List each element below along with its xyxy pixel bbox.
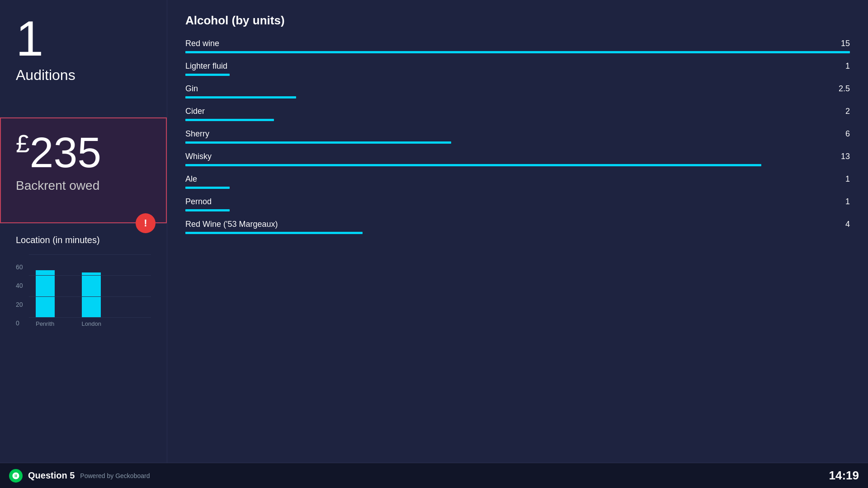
bar-row: Pernod 1 [185, 197, 850, 211]
backrent-amount: £235 [16, 131, 151, 174]
bar-track-5 [185, 164, 850, 166]
backrent-currency: £ [16, 130, 30, 158]
bar-track-4 [185, 141, 850, 144]
bar-fill-4 [185, 141, 451, 144]
bar-row-value-5: 13 [841, 152, 850, 161]
bar-row: Red wine 15 [185, 39, 850, 53]
right-panel: Alcohol (by units) Red wine 15 Lighter f… [167, 0, 868, 463]
bar-row-label-4: Sherry [185, 129, 209, 139]
alert-icon: ! [136, 213, 156, 233]
bar-row-value-7: 1 [845, 197, 850, 206]
bar-rows-container: Red wine 15 Lighter fluid 1 Gin 2.5 [185, 39, 850, 234]
bar-fill-1 [185, 74, 230, 76]
bar-row-value-6: 1 [845, 174, 850, 184]
bar-fill-5 [185, 164, 761, 166]
bar-row: Lighter fluid 1 [185, 61, 850, 76]
footer-left: Question 5 Powered by Geckoboard [9, 469, 150, 483]
bar-row-label-6: Ale [185, 174, 197, 184]
bar-fill-2 [185, 96, 296, 99]
bar-row-label-2: Gin [185, 84, 198, 94]
auditions-label: Auditions [16, 67, 151, 84]
y-label-60: 60 [16, 263, 23, 271]
alcohol-chart-title: Alcohol (by units) [185, 14, 850, 28]
bar-track-6 [185, 187, 850, 189]
bar-row-label-8: Red Wine ('53 Margeaux) [185, 220, 278, 229]
bar-row-label-0: Red wine [185, 39, 219, 48]
bar-row-label-3: Cider [185, 107, 205, 116]
bar-fill-6 [185, 187, 230, 189]
y-label-40: 40 [16, 282, 23, 289]
bar-row: Sherry 6 [185, 129, 850, 144]
bar-fill-3 [185, 119, 274, 121]
y-label-0: 0 [16, 319, 23, 327]
location-title: Location (in minutes) [16, 235, 151, 245]
bar-fill-7 [185, 209, 230, 211]
backrent-widget: £235 Backrent owed ! [0, 117, 167, 224]
footer-powered-label: Powered by Geckoboard [80, 472, 150, 479]
bar-track-8 [185, 232, 850, 234]
bar-fill-8 [185, 232, 363, 234]
bar-row-value-1: 1 [845, 61, 850, 71]
backrent-value: 235 [30, 128, 102, 176]
bar-label-penrith: Penrith [36, 320, 55, 327]
location-widget: Location (in minutes) 0 20 40 60 [0, 224, 167, 463]
bar-row: Red Wine ('53 Margeaux) 4 [185, 220, 850, 234]
bar-track-2 [185, 96, 850, 99]
bar-row-value-0: 15 [841, 39, 850, 48]
bar-label-london: London [82, 320, 101, 327]
bar-row-value-3: 2 [845, 107, 850, 116]
bar-track-1 [185, 74, 850, 76]
left-panel: 1 Auditions £235 Backrent owed ! Locatio… [0, 0, 167, 463]
bar-row-label-5: Whisky [185, 152, 212, 161]
bar-fill-0 [185, 51, 850, 53]
bar-track-3 [185, 119, 850, 121]
footer-question-label: Question 5 [28, 470, 75, 481]
bar-row: Whisky 13 [185, 152, 850, 166]
bar-row-value-2: 2.5 [839, 84, 850, 94]
bar-row-label-7: Pernod [185, 197, 212, 206]
bar-row: Cider 2 [185, 107, 850, 121]
auditions-count: 1 [16, 14, 151, 63]
gecko-logo-icon [9, 469, 23, 483]
bar-track-7 [185, 209, 850, 211]
main-content: 1 Auditions £235 Backrent owed ! Locatio… [0, 0, 868, 463]
footer-time: 14:19 [829, 469, 859, 483]
auditions-widget: 1 Auditions [0, 0, 167, 117]
bar-row: Ale 1 [185, 174, 850, 189]
bar-row: Gin 2.5 [185, 84, 850, 99]
backrent-label: Backrent owed [16, 178, 151, 193]
bar-row-value-8: 4 [845, 220, 850, 229]
bar-track-0 [185, 51, 850, 53]
y-label-20: 20 [16, 301, 23, 308]
footer: Question 5 Powered by Geckoboard 14:19 [0, 463, 868, 488]
bar-row-value-4: 6 [845, 129, 850, 139]
bar-row-label-1: Lighter fluid [185, 61, 227, 71]
